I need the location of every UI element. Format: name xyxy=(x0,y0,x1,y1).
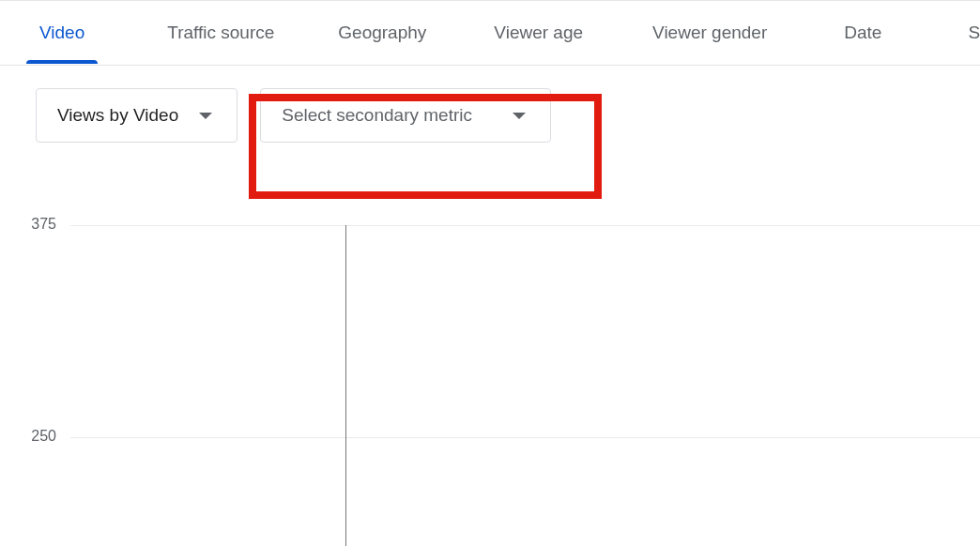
tab-video[interactable]: Video xyxy=(34,4,90,62)
chevron-down-icon xyxy=(513,113,526,119)
dimension-tab-bar: Video Traffic source Geography Viewer ag… xyxy=(0,0,980,66)
chart-hover-line xyxy=(345,225,346,546)
tab-subscription[interactable]: Subscr xyxy=(962,4,980,62)
chevron-down-icon xyxy=(199,113,212,119)
gridline xyxy=(70,225,980,226)
chart-area xyxy=(0,165,980,522)
y-axis-tick: 375 xyxy=(0,216,56,233)
tab-viewer-gender[interactable]: Viewer gender xyxy=(647,4,773,62)
primary-metric-label: Views by Video xyxy=(57,105,178,126)
gridline xyxy=(70,437,980,438)
primary-metric-dropdown[interactable]: Views by Video xyxy=(36,88,237,143)
y-axis-tick: 250 xyxy=(0,428,56,445)
secondary-metric-placeholder: Select secondary metric xyxy=(282,105,472,126)
metric-controls: Views by Video Select secondary metric xyxy=(0,66,980,165)
tab-traffic-source[interactable]: Traffic source xyxy=(161,4,280,62)
tab-date[interactable]: Date xyxy=(838,4,887,62)
secondary-metric-dropdown[interactable]: Select secondary metric xyxy=(260,88,551,143)
tab-geography[interactable]: Geography xyxy=(332,4,432,62)
tab-viewer-age[interactable]: Viewer age xyxy=(488,4,589,62)
